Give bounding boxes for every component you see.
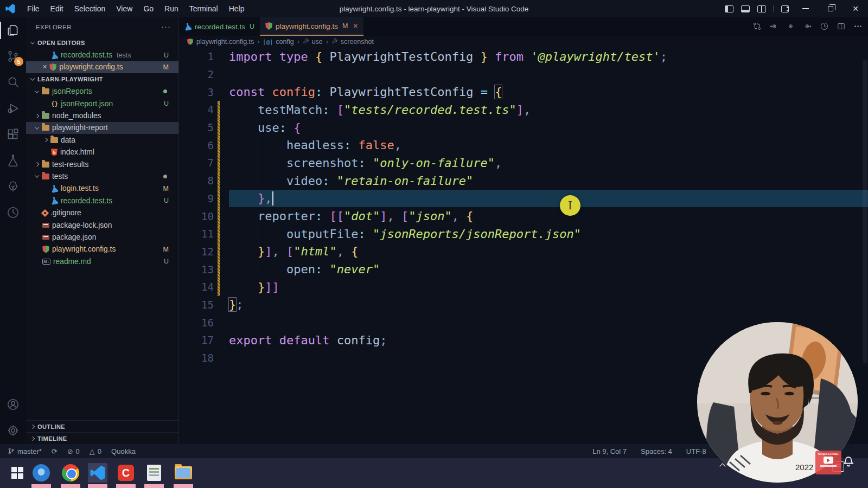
section-header-open-editors[interactable]: OPEN EDITORS <box>26 37 178 49</box>
account-icon[interactable] <box>0 391 26 418</box>
row-playwright-report[interactable]: playwright-report <box>26 122 178 134</box>
code-line-9[interactable]: 9 }, <box>179 190 868 208</box>
status-0[interactable]: △0 <box>90 447 101 455</box>
more-actions-icon[interactable] <box>853 22 863 31</box>
menu-go[interactable]: Go <box>138 0 159 17</box>
file-explorer-icon[interactable] <box>174 463 193 483</box>
menu-run[interactable]: Run <box>159 0 184 17</box>
code-line-5[interactable]: 5 use: { <box>179 119 868 137</box>
todo-tree-icon[interactable] <box>0 174 26 200</box>
row--gitignore[interactable]: .gitignore <box>26 207 178 219</box>
customize-layout-icon[interactable] <box>781 5 789 12</box>
toggle-panel-icon[interactable] <box>741 5 750 12</box>
code-line-6[interactable]: 6 headless: false, <box>179 136 868 154</box>
toggle-secondary-sidebar-icon[interactable] <box>757 5 766 12</box>
search-icon[interactable] <box>0 69 26 95</box>
close-icon[interactable]: ✕ <box>42 63 47 70</box>
code-line-14[interactable]: 14 }]] <box>179 278 868 296</box>
code-line-12[interactable]: 12 }], ["html", { <box>179 243 868 261</box>
history-icon[interactable] <box>820 22 829 31</box>
row-jsonreport-json[interactable]: {}jsonReport.jsonU <box>26 98 178 110</box>
status-quokka[interactable]: Quokka <box>111 447 136 455</box>
breadcrumb-screenshot[interactable]: screenshot <box>331 38 374 46</box>
tab-playwright-config-ts[interactable]: playwright.config.tsM✕ <box>260 17 363 36</box>
section-header-learn-playwright[interactable]: LEARN-PLAYWRIGHT <box>26 73 178 85</box>
minimize-button[interactable] <box>793 0 818 17</box>
split-editor-icon[interactable] <box>837 22 846 31</box>
menu-edit[interactable]: Edit <box>45 0 69 17</box>
more-actions-icon[interactable]: ··· <box>161 22 171 31</box>
menu-selection[interactable]: Selection <box>69 0 111 17</box>
git-badge: M <box>163 246 169 253</box>
breadcrumb-config[interactable]: [@]config <box>263 38 293 46</box>
menu-view[interactable]: View <box>111 0 138 17</box>
git-badge: M <box>163 63 169 71</box>
row-test-results[interactable]: test-results <box>26 158 178 170</box>
code-line-11[interactable]: 11 outputFile: "jsonReports/jsonReport.j… <box>179 225 868 243</box>
code-line-7[interactable]: 7 screenshot: "only-on-failure", <box>179 154 868 172</box>
code-line-1[interactable]: 1import type { PlaywrightTestConfig } fr… <box>179 48 868 66</box>
start-button[interactable] <box>8 463 27 483</box>
status-0[interactable]: ⊘0 <box>67 447 80 455</box>
explorer-icon[interactable] <box>0 17 26 43</box>
settings-gear-icon[interactable] <box>0 418 26 444</box>
breadcrumb-use[interactable]: use <box>303 38 323 46</box>
menu-help[interactable]: Help <box>224 0 250 17</box>
code-line-13[interactable]: 13 open: "never" <box>179 260 868 278</box>
quokka-clock-icon[interactable] <box>0 200 26 226</box>
extensions-icon[interactable] <box>0 121 26 147</box>
chrome-icon[interactable] <box>61 463 80 483</box>
row-recorded-test-ts[interactable]: recorded.test.tsU <box>26 195 178 207</box>
row-tests[interactable]: tests <box>26 170 178 182</box>
row-package-json[interactable]: package.json <box>26 231 178 243</box>
subscribe-badge[interactable]: SUBSCRIBE <box>815 451 841 474</box>
row-data[interactable]: data <box>26 134 178 146</box>
row-package-lock-json[interactable]: package-lock.json <box>26 219 178 231</box>
tab-recorded-test-ts[interactable]: recorded.test.tsU <box>179 17 260 36</box>
run-dot-icon[interactable] <box>786 22 795 31</box>
status-ln-9-col-7[interactable]: Ln 9, Col 7 <box>592 447 627 455</box>
status-sync[interactable]: ⟳ <box>52 447 58 455</box>
vscode-taskbar-icon[interactable] <box>88 463 107 483</box>
code-line-4[interactable]: 4 testMatch: ["tests/recorded.test.ts"], <box>179 101 868 119</box>
status-master-[interactable]: master* <box>8 447 42 455</box>
app-icon-round-blue[interactable] <box>31 463 51 483</box>
section-header-timeline[interactable]: TIMELINE <box>26 432 178 444</box>
row-playwright-config-ts[interactable]: playwright.config.tsM <box>26 243 178 255</box>
npm-icon <box>42 235 49 240</box>
toggle-sidebar-icon[interactable] <box>725 5 733 12</box>
run-below-icon[interactable] <box>803 22 812 31</box>
section-header-outline[interactable]: OUTLINE <box>26 420 178 432</box>
close-button[interactable]: ✕ <box>843 0 868 17</box>
tray-chevron-icon[interactable] <box>719 463 727 468</box>
row-node-modules[interactable]: node_modules <box>26 110 178 121</box>
menu-terminal[interactable]: Terminal <box>184 0 224 17</box>
code-line-2[interactable]: 2 <box>179 66 868 84</box>
close-icon[interactable]: ✕ <box>353 22 358 30</box>
code-line-10[interactable]: 10 reporter: [["dot"], ["json", { <box>179 207 868 225</box>
testing-beaker-icon[interactable] <box>0 147 26 174</box>
run-debug-icon[interactable] <box>0 95 26 121</box>
divider <box>773 5 774 12</box>
row-recorded-test-ts[interactable]: recorded.test.tstestsU <box>26 49 178 61</box>
restore-button[interactable] <box>818 0 843 17</box>
status-spaces-4[interactable]: Spaces: 4 <box>641 447 672 455</box>
notepad-icon[interactable] <box>144 463 164 483</box>
row-readme-md[interactable]: M↓readme.mdU <box>26 255 178 267</box>
git-compare-icon[interactable] <box>752 22 762 31</box>
camtasia-icon[interactable]: C <box>116 463 136 483</box>
editor-scrollbar[interactable] <box>863 60 867 363</box>
code-line-8[interactable]: 8 video: "retain-on-failure" <box>179 172 868 190</box>
status-utf-8[interactable]: UTF-8 <box>686 447 706 455</box>
row-index-html[interactable]: 5index.html <box>26 146 178 158</box>
menu-file[interactable]: File <box>22 0 45 17</box>
breadcrumb-playwright-config-ts[interactable]: playwright.config.ts <box>187 38 254 46</box>
run-above-icon[interactable] <box>769 22 778 31</box>
row-login-test-ts[interactable]: login.test.tsM <box>26 183 178 195</box>
code-line-15[interactable]: 15}; <box>179 296 868 314</box>
taskbar-indicator <box>116 484 136 488</box>
row-jsonreports[interactable]: jsonReports <box>26 86 178 98</box>
code-line-3[interactable]: 3const config: PlaywrightTestConfig = { <box>179 83 868 101</box>
row-playwright-config-ts[interactable]: ✕playwright.config.tsM <box>26 61 178 73</box>
source-control-icon[interactable]: 5 <box>0 43 26 69</box>
